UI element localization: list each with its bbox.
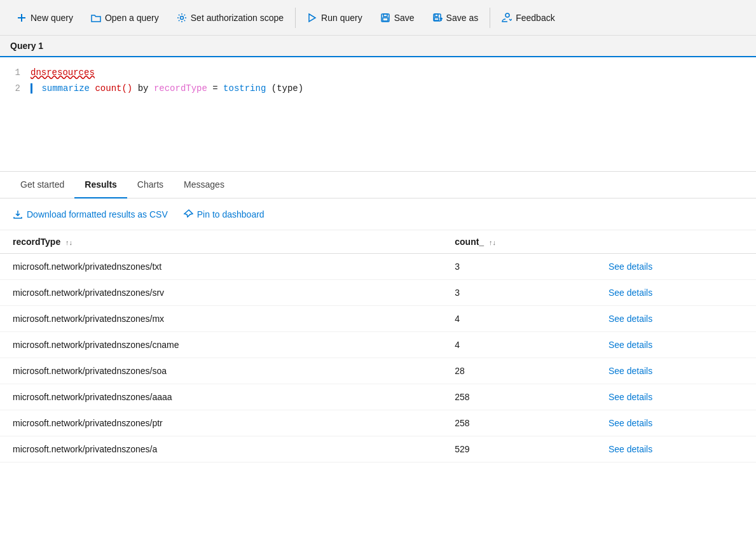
cell-count: 529	[442, 436, 596, 462]
by-text: by	[138, 83, 154, 94]
table-row: microsoft.network/privatednszones/soa28S…	[0, 358, 756, 384]
see-details-button[interactable]: See details	[608, 340, 652, 350]
new-query-button[interactable]: New query	[8, 7, 82, 29]
code-table: dnsresources	[31, 67, 95, 78]
cell-count: 28	[442, 358, 596, 384]
download-csv-button[interactable]: Download formatted results as CSV	[13, 209, 168, 219]
cell-recordtype: microsoft.network/privatednszones/soa	[0, 358, 442, 384]
open-query-label: Open a query	[105, 13, 159, 23]
separator-1	[295, 8, 296, 28]
cell-count: 3	[442, 254, 596, 280]
col-header-details	[596, 230, 756, 254]
keyword-summarize: summarize	[41, 83, 90, 94]
see-details-button[interactable]: See details	[608, 366, 652, 376]
line-content-2: summarize count() by recordType = tostri…	[31, 82, 756, 95]
save-button[interactable]: Save	[371, 7, 423, 29]
set-auth-button[interactable]: Set authorization scope	[168, 7, 292, 29]
cell-details: See details	[596, 358, 756, 384]
see-details-button[interactable]: See details	[608, 418, 652, 428]
cursor-indicator	[31, 83, 32, 94]
cell-count: 4	[442, 332, 596, 358]
set-auth-label: Set authorization scope	[191, 13, 284, 23]
cell-details: See details	[596, 332, 756, 358]
save-as-label: Save as	[446, 13, 479, 23]
cell-details: See details	[596, 410, 756, 436]
cell-details: See details	[596, 254, 756, 280]
function-tostring: tostring	[223, 83, 266, 94]
see-details-button[interactable]: See details	[608, 444, 652, 454]
results-area: Download formatted results as CSV Pin to…	[0, 198, 756, 462]
equals-text: =	[212, 83, 223, 94]
see-details-button[interactable]: See details	[608, 288, 652, 298]
cell-details: See details	[596, 280, 756, 306]
pin-dashboard-button[interactable]: Pin to dashboard	[183, 209, 265, 219]
tab-messages[interactable]: Messages	[174, 172, 235, 198]
save-icon	[380, 12, 390, 24]
svg-rect-4	[383, 18, 388, 21]
run-query-button[interactable]: Run query	[298, 7, 371, 29]
sort-icon-recordtype: ↑↓	[65, 239, 72, 246]
col-header-count[interactable]: count_ ↑↓	[442, 230, 596, 254]
svg-rect-3	[383, 14, 387, 17]
line-content-1: dnsresources	[31, 66, 756, 80]
save-label: Save	[394, 13, 415, 23]
feedback-label: Feedback	[516, 13, 554, 23]
table-row: microsoft.network/privatednszones/mx4See…	[0, 306, 756, 332]
download-label: Download formatted results as CSV	[27, 209, 168, 219]
cell-recordtype: microsoft.network/privatednszones/txt	[0, 254, 442, 280]
tab-results[interactable]: Results	[74, 172, 127, 198]
field-recordtype: recordType	[154, 83, 207, 94]
tab-charts[interactable]: Charts	[127, 172, 174, 198]
run-icon	[307, 12, 317, 24]
query-title: Query 1	[10, 41, 43, 51]
sort-icon-count: ↑↓	[489, 239, 496, 246]
cell-recordtype: microsoft.network/privatednszones/a	[0, 436, 442, 462]
table-row: microsoft.network/privatednszones/cname4…	[0, 332, 756, 358]
tab-get-started[interactable]: Get started	[10, 172, 74, 198]
cell-recordtype: microsoft.network/privatednszones/mx	[0, 306, 442, 332]
cell-count: 258	[442, 410, 596, 436]
query-title-bar: Query 1	[0, 36, 756, 57]
pin-icon	[183, 209, 193, 219]
cell-details: See details	[596, 306, 756, 332]
download-icon	[13, 209, 23, 219]
actions-bar: Download formatted results as CSV Pin to…	[0, 198, 756, 230]
svg-rect-6	[435, 14, 438, 17]
open-query-button[interactable]: Open a query	[82, 7, 168, 29]
table-row: microsoft.network/privatednszones/srv3Se…	[0, 280, 756, 306]
line-number-1: 1	[0, 66, 31, 80]
cell-recordtype: microsoft.network/privatednszones/aaaa	[0, 384, 442, 410]
line-number-2: 2	[0, 82, 31, 95]
toolbar: New query Open a query Set authorization…	[0, 0, 756, 36]
save-as-icon	[432, 12, 443, 24]
table-header-row: recordType ↑↓ count_ ↑↓	[0, 230, 756, 254]
table-row: microsoft.network/privatednszones/a529Se…	[0, 436, 756, 462]
feedback-button[interactable]: Feedback	[493, 7, 563, 29]
cell-details: See details	[596, 384, 756, 410]
svg-point-0	[180, 17, 183, 20]
see-details-button[interactable]: See details	[608, 261, 652, 272]
see-details-button[interactable]: See details	[608, 392, 652, 402]
cell-recordtype: microsoft.network/privatednszones/cname	[0, 332, 442, 358]
gear-icon	[177, 12, 187, 24]
cell-recordtype: microsoft.network/privatednszones/ptr	[0, 410, 442, 436]
pin-label: Pin to dashboard	[197, 209, 265, 219]
table-row: microsoft.network/privatednszones/aaaa25…	[0, 384, 756, 410]
code-editor[interactable]: 1 dnsresources 2 summarize count() by re…	[0, 57, 756, 172]
cell-recordtype: microsoft.network/privatednszones/srv	[0, 280, 442, 306]
results-table: recordType ↑↓ count_ ↑↓ microsoft.networ…	[0, 230, 756, 462]
code-line-2: 2 summarize count() by recordType = tost…	[0, 81, 756, 97]
feedback-icon	[502, 12, 512, 24]
new-query-label: New query	[31, 13, 73, 23]
cell-count: 4	[442, 306, 596, 332]
code-line-1: 1 dnsresources	[0, 65, 756, 81]
svg-marker-1	[309, 14, 315, 22]
save-as-button[interactable]: Save as	[423, 7, 488, 29]
table-row: microsoft.network/privatednszones/ptr258…	[0, 410, 756, 436]
cell-count: 3	[442, 280, 596, 306]
see-details-button[interactable]: See details	[608, 314, 652, 324]
cell-count: 258	[442, 384, 596, 410]
col-header-recordtype[interactable]: recordType ↑↓	[0, 230, 442, 254]
type-arg: (type)	[271, 83, 303, 94]
function-count: count()	[95, 83, 132, 94]
